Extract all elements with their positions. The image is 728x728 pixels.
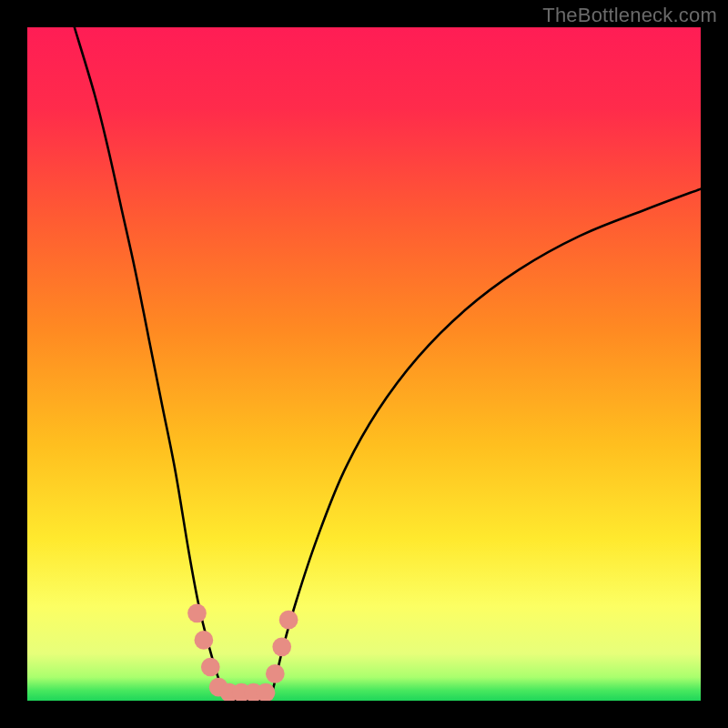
left-dot-2 — [195, 631, 214, 650]
right-dot-3 — [279, 611, 298, 630]
watermark-text: TheBottleneck.com — [542, 4, 717, 27]
bottleneck-curve — [75, 27, 701, 701]
curve-layer — [27, 27, 701, 701]
plot-area — [27, 27, 701, 701]
right-dot-2 — [272, 637, 291, 656]
left-dot-1 — [187, 603, 207, 622]
right-dot-1 — [266, 664, 285, 683]
left-dot-3 — [201, 658, 220, 677]
chart-frame: TheBottleneck.com — [0, 0, 728, 728]
